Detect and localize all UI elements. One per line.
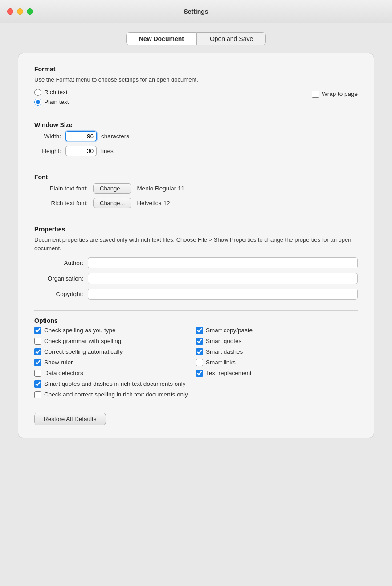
format-right: Wrap to page	[312, 89, 358, 108]
width-row: Width: characters	[34, 131, 358, 141]
correct-spelling-label: Correct spelling automatically	[44, 348, 122, 355]
titlebar: Settings	[0, 0, 392, 23]
height-row: Height: lines	[34, 146, 358, 156]
smart-quotes-label: Smart quotes	[206, 338, 241, 344]
smart-copy-paste-option[interactable]: Smart copy/paste	[196, 327, 358, 334]
smart-dashes-checkbox[interactable]	[196, 348, 203, 355]
properties-description: Document properties are saved only with …	[34, 235, 358, 253]
wrap-to-page-option[interactable]: Wrap to page	[312, 91, 358, 98]
correct-spelling-checkbox[interactable]	[34, 348, 41, 355]
smart-quotes-option[interactable]: Smart quotes	[196, 338, 358, 345]
smart-quotes-rich-checkbox[interactable]	[34, 380, 41, 388]
width-unit: characters	[101, 133, 129, 140]
options-full-width: Smart quotes and dashes in rich text doc…	[34, 380, 358, 402]
minimize-button[interactable]	[17, 8, 23, 15]
text-replacement-checkbox[interactable]	[196, 370, 203, 377]
plain-text-font-row: Plain text font: Change... Menlo Regular…	[34, 183, 358, 194]
window-size-heading: Window Size	[34, 121, 358, 128]
format-options-row: Rich text Plain text Wrap to page	[34, 89, 358, 108]
rich-text-radio[interactable]	[34, 89, 41, 96]
copyright-row: Copyright:	[34, 289, 358, 300]
show-ruler-label: Show ruler	[44, 359, 73, 366]
smart-links-checkbox[interactable]	[196, 359, 203, 366]
check-grammar-checkbox[interactable]	[34, 338, 41, 345]
options-heading: Options	[34, 317, 358, 324]
properties-heading: Properties	[34, 226, 358, 233]
options-section: Options Check spelling as you type Check…	[34, 317, 358, 402]
copyright-input[interactable]	[88, 289, 358, 300]
rich-text-font-name: Helvetica 12	[137, 200, 170, 206]
show-ruler-checkbox[interactable]	[34, 359, 41, 366]
check-grammar-option[interactable]: Check grammar with spelling	[34, 338, 196, 345]
smart-dashes-option[interactable]: Smart dashes	[196, 348, 358, 355]
check-grammar-label: Check grammar with spelling	[44, 338, 121, 344]
plain-text-label: Plain text	[44, 99, 69, 105]
format-section: Format Use the Format menu to choose set…	[34, 66, 358, 108]
format-left: Rich text Plain text	[34, 89, 312, 108]
data-detectors-option[interactable]: Data detectors	[34, 370, 196, 377]
correct-spelling-option[interactable]: Correct spelling automatically	[34, 348, 196, 355]
check-spelling-checkbox[interactable]	[34, 327, 41, 334]
plain-text-option[interactable]: Plain text	[34, 99, 312, 106]
rich-text-label: Rich text	[44, 89, 68, 95]
window-controls	[7, 8, 33, 15]
plain-text-radio[interactable]	[34, 99, 41, 106]
rich-text-font-change-button[interactable]: Change...	[93, 198, 131, 208]
author-label: Author:	[34, 260, 83, 266]
plain-text-font-change-button[interactable]: Change...	[93, 183, 131, 194]
properties-section: Properties Document properties are saved…	[34, 226, 358, 304]
width-input[interactable]	[65, 131, 97, 141]
smart-quotes-checkbox[interactable]	[196, 338, 203, 345]
height-input[interactable]	[65, 146, 97, 156]
close-button[interactable]	[7, 8, 13, 15]
copyright-label: Copyright:	[34, 291, 83, 297]
divider-3	[34, 219, 358, 219]
smart-copy-paste-checkbox[interactable]	[196, 327, 203, 334]
window-title: Settings	[184, 8, 208, 15]
options-grid: Check spelling as you type Check grammar…	[34, 327, 358, 380]
text-replacement-label: Text replacement	[206, 370, 252, 376]
check-spelling-option[interactable]: Check spelling as you type	[34, 327, 196, 334]
wrap-to-page-checkbox[interactable]	[312, 91, 319, 98]
tab-new-document[interactable]: New Document	[126, 32, 197, 45]
divider-4	[34, 310, 358, 311]
smart-quotes-rich-label: Smart quotes and dashes in rich text doc…	[44, 380, 185, 387]
author-row: Author:	[34, 257, 358, 268]
smart-copy-paste-label: Smart copy/paste	[206, 327, 253, 334]
text-replacement-option[interactable]: Text replacement	[196, 370, 358, 377]
show-ruler-option[interactable]: Show ruler	[34, 359, 196, 366]
maximize-button[interactable]	[27, 8, 33, 15]
check-spelling-rich-option[interactable]: Check and correct spelling in rich text …	[34, 391, 358, 398]
format-description: Use the Format menu to choose settings f…	[34, 75, 358, 84]
tab-open-and-save[interactable]: Open and Save	[197, 32, 266, 45]
author-input[interactable]	[88, 257, 358, 268]
data-detectors-checkbox[interactable]	[34, 370, 41, 377]
restore-defaults-button[interactable]: Restore All Defaults	[34, 413, 106, 425]
window-size-section: Window Size Width: characters Height: li…	[34, 121, 358, 161]
font-section: Font Plain text font: Change... Menlo Re…	[34, 173, 358, 213]
format-heading: Format	[34, 66, 358, 73]
organisation-row: Organisation:	[34, 273, 358, 284]
height-label: Height:	[34, 148, 61, 154]
tab-bar: New Document Open and Save	[126, 32, 266, 45]
smart-links-label: Smart links	[206, 359, 236, 366]
options-left-column: Check spelling as you type Check grammar…	[34, 327, 196, 380]
smart-links-option[interactable]: Smart links	[196, 359, 358, 366]
content-area: New Document Open and Save Format Use th…	[0, 23, 392, 447]
check-spelling-rich-label: Check and correct spelling in rich text …	[44, 391, 188, 398]
divider-2	[34, 167, 358, 167]
rich-text-font-row: Rich text font: Change... Helvetica 12	[34, 198, 358, 208]
height-unit: lines	[101, 148, 114, 154]
options-right-column: Smart copy/paste Smart quotes Smart dash…	[196, 327, 358, 380]
divider-1	[34, 115, 358, 115]
plain-text-font-name: Menlo Regular 11	[137, 185, 184, 192]
font-heading: Font	[34, 173, 358, 181]
check-spelling-rich-checkbox[interactable]	[34, 391, 41, 398]
smart-quotes-rich-option[interactable]: Smart quotes and dashes in rich text doc…	[34, 380, 358, 388]
wrap-to-page-label: Wrap to page	[322, 91, 358, 97]
rich-text-option[interactable]: Rich text	[34, 89, 312, 96]
data-detectors-label: Data detectors	[44, 370, 83, 376]
rich-text-font-label: Rich text font:	[34, 200, 88, 206]
organisation-input[interactable]	[88, 273, 358, 284]
organisation-label: Organisation:	[34, 275, 83, 282]
